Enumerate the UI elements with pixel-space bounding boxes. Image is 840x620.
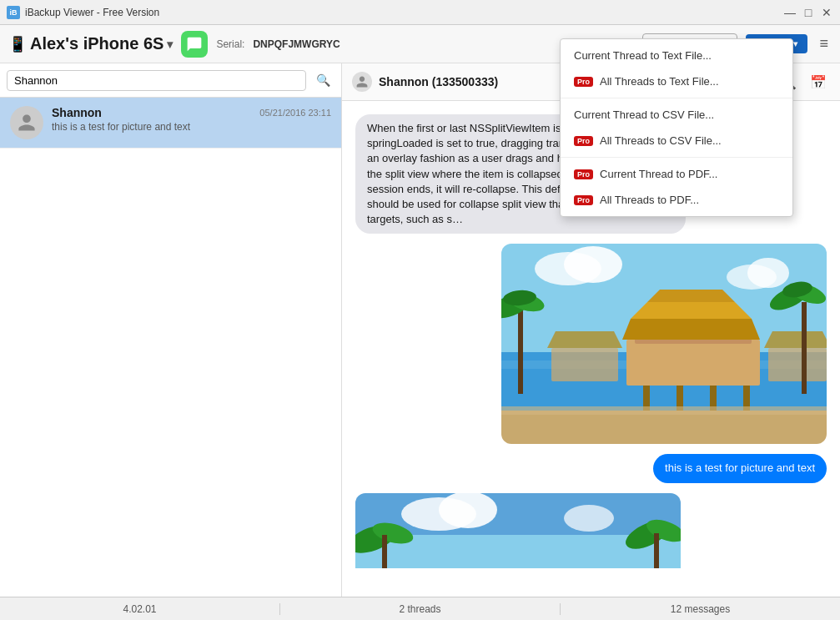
thread-item[interactable]: Shannon 05/21/2016 23:11 this is a test … (0, 98, 341, 149)
dropdown-item-label: All Threads to PDF... (600, 194, 699, 206)
person-icon (17, 113, 37, 133)
svg-rect-7 (626, 340, 760, 386)
dropdown-divider (561, 157, 792, 158)
export-dropdown-menu: Current Thread to Text File... Pro All T… (560, 38, 793, 217)
contact-avatar (352, 72, 372, 92)
contact-person-icon (355, 75, 369, 88)
message-bubble-container (355, 493, 827, 568)
pro-badge: Pro (574, 169, 593, 179)
svg-rect-16 (551, 348, 618, 381)
hamburger-menu-button[interactable]: ≡ (816, 32, 832, 56)
speech-bubble-icon (186, 36, 203, 53)
svg-point-4 (747, 258, 789, 288)
status-bar: 4.02.01 2 threads 12 messages (0, 597, 840, 620)
message-image (501, 244, 827, 444)
message-text: this is a test for picture and text (653, 454, 827, 482)
thread-date: 05/21/2016 23:11 (259, 108, 331, 118)
svg-point-2 (564, 246, 622, 283)
export-all-threads-text[interactable]: Pro All Threads to Text File... (561, 68, 792, 94)
threads-segment: 2 threads (280, 603, 561, 615)
thread-name: Shannon (52, 106, 102, 119)
svg-rect-29 (501, 406, 827, 415)
search-input[interactable] (7, 70, 306, 91)
svg-rect-24 (802, 302, 807, 394)
avatar (10, 106, 43, 139)
app-icon: iB (7, 6, 20, 19)
thread-list: Shannon 05/21/2016 23:11 this is a test … (0, 98, 341, 597)
dropdown-item-label: Current Thread to Text File... (574, 49, 712, 62)
message-bubble-container: this is a test for picture and text (355, 454, 827, 482)
messages-app-icon (181, 31, 208, 58)
svg-marker-11 (647, 290, 735, 302)
version-text: 4.02.01 (123, 603, 156, 615)
message-image-2 (355, 493, 681, 568)
export-all-threads-csv[interactable]: Pro All Threads to CSV File... (561, 128, 792, 154)
dropdown-item-label: Current Thread to CSV File... (574, 108, 714, 121)
export-arrow-icon: ▾ (793, 39, 797, 48)
title-bar: iB iBackup Viewer - Free Version — □ ✕ (0, 0, 840, 25)
export-all-threads-pdf[interactable]: Pro All Threads to PDF... (561, 187, 792, 213)
export-current-thread-csv[interactable]: Current Thread to CSV File... (561, 102, 792, 128)
close-button[interactable]: ✕ (820, 6, 833, 19)
beach-image-svg (501, 244, 827, 444)
dropdown-item-label: All Threads to CSV File... (600, 134, 722, 147)
calendar-button[interactable]: 📅 (807, 70, 830, 93)
svg-rect-28 (501, 411, 827, 444)
maximize-button[interactable]: □ (802, 6, 815, 19)
svg-point-33 (439, 493, 497, 528)
svg-rect-40 (654, 533, 659, 568)
dropdown-item-label: All Threads to Text File... (600, 75, 719, 88)
export-current-thread-text[interactable]: Current Thread to Text File... (561, 43, 792, 68)
version-segment: 4.02.01 (0, 603, 280, 615)
pro-badge: Pro (574, 77, 593, 87)
minimize-button[interactable]: — (783, 6, 797, 19)
serial-label: Serial: (216, 38, 244, 50)
messages-segment: 12 messages (561, 603, 840, 615)
device-name[interactable]: 📱 Alex's iPhone 6S ▾ (8, 34, 173, 53)
device-chevron-icon: ▾ (167, 38, 173, 51)
search-bar: 🔍 (0, 63, 341, 98)
thread-preview: this is a test for picture and text (52, 121, 331, 133)
sidebar: 🔍 Shannon 05/21/2016 23:11 this is a tes… (0, 63, 342, 597)
device-icon: 📱 (8, 35, 27, 53)
svg-rect-18 (768, 348, 827, 381)
svg-rect-20 (518, 310, 523, 394)
serial-value: DNPQFJMWGRYC (253, 38, 340, 50)
app-title: iBackup Viewer - Free Version (25, 7, 778, 18)
pro-badge: Pro (574, 136, 593, 146)
svg-marker-9 (622, 319, 760, 340)
export-current-thread-pdf[interactable]: Pro Current Thread to PDF... (561, 161, 792, 187)
svg-marker-17 (547, 331, 622, 348)
search-button[interactable]: 🔍 (311, 68, 334, 92)
threads-text: 2 threads (399, 603, 440, 615)
svg-marker-10 (631, 302, 752, 319)
svg-point-34 (564, 505, 614, 532)
svg-rect-37 (382, 535, 387, 568)
dropdown-divider (561, 98, 792, 98)
svg-marker-19 (764, 331, 827, 348)
dropdown-item-label: Current Thread to PDF... (600, 168, 717, 180)
message-bubble-container (355, 244, 827, 444)
pro-badge: Pro (574, 195, 593, 205)
messages-text: 12 messages (671, 603, 730, 615)
beach-image-2-svg (355, 493, 681, 568)
